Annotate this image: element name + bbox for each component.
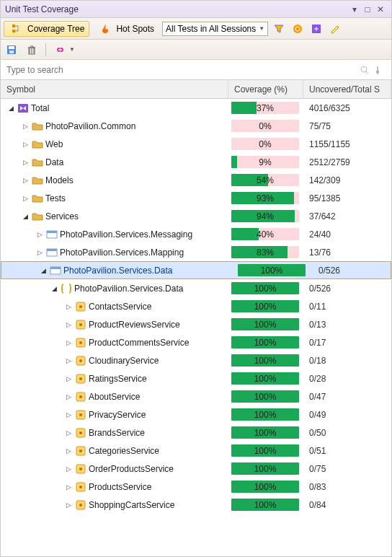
filter-button[interactable] (271, 21, 287, 37)
expand-icon[interactable]: ▷ (64, 429, 73, 437)
pin-icon[interactable] (373, 65, 386, 75)
tree-row[interactable]: ▷Tests93%95/1385 (1, 189, 391, 207)
uncovered-value: 0/17 (303, 338, 391, 348)
tree-row[interactable]: ▷Data9%2512/2759 (1, 153, 391, 171)
module-icon (46, 247, 58, 258)
column-symbol[interactable]: Symbol (1, 80, 228, 98)
tree-row[interactable]: ▷PhotoPavilion.Services.Messaging40%24/4… (1, 225, 391, 243)
column-coverage[interactable]: Coverage (%) (228, 80, 303, 98)
tree-row[interactable]: ▷PhotoPavilion.Common0%75/75 (1, 117, 391, 135)
tree-row[interactable]: ▷OrderProductsService100%0/75 (1, 460, 391, 478)
class-icon (75, 463, 86, 475)
maximize-icon[interactable]: □ (361, 4, 374, 14)
expand-icon[interactable]: ▷ (64, 465, 73, 473)
expand-icon[interactable]: ▷ (64, 357, 73, 364)
row-label: OrderProductsService (89, 464, 174, 474)
collapse-icon[interactable]: ◢ (39, 267, 48, 274)
sessions-select[interactable]: All Tests in All Sessions ▼ (162, 22, 268, 36)
window-title: Unit Test Coverage (5, 4, 348, 14)
highlight-button[interactable] (327, 21, 343, 37)
save-button[interactable] (4, 42, 19, 58)
class-icon (75, 499, 86, 511)
tree-row[interactable]: ◢Services94%37/642 (1, 207, 391, 225)
tree-row[interactable]: ▷ProductsService100%0/83 (1, 478, 391, 496)
coverage-pct: 37% (257, 103, 274, 113)
tree-row[interactable]: ▷ShoppingCartsService100%0/84 (1, 496, 391, 514)
class-icon (75, 481, 86, 493)
tree-row[interactable]: ▷BrandsService100%0/50 (1, 424, 391, 442)
expand-icon[interactable]: ▷ (64, 321, 73, 328)
expand-icon[interactable]: ▷ (64, 393, 73, 400)
expand-icon[interactable]: ▷ (35, 231, 44, 238)
coverage-pct: 100% (254, 464, 277, 474)
expand-icon[interactable]: ▷ (21, 159, 30, 166)
expand-icon[interactable]: ▷ (35, 249, 44, 256)
row-label: Tests (45, 193, 66, 203)
coverage-pct: 100% (254, 338, 277, 348)
svg-point-2 (293, 25, 302, 33)
tree-row[interactable]: ▷PhotoPavilion.Services.Mapping83%13/76 (1, 243, 391, 261)
sessions-select-label: All Tests in All Sessions (166, 24, 256, 34)
uncovered-value: 0/75 (303, 464, 391, 474)
expand-icon[interactable]: ▷ (64, 447, 73, 455)
expand-icon[interactable]: ▷ (21, 141, 30, 148)
coverage-bar: 100% (231, 282, 299, 294)
coverage-bar: 93% (231, 192, 299, 204)
tree-row[interactable]: ▷CategoriesService100%0/51 (1, 442, 391, 460)
collapse-icon[interactable]: ◢ (6, 105, 15, 112)
expand-icon[interactable]: ▷ (64, 483, 73, 491)
svg-point-29 (79, 413, 82, 416)
tree-row[interactable]: ▷AboutService100%0/47 (1, 387, 391, 405)
uncovered-value: 142/309 (303, 175, 391, 185)
row-label: RatingsService (89, 374, 147, 384)
tree-row[interactable]: ▷Web0%1155/1155 (1, 135, 391, 153)
tree-row[interactable]: ◢PhotoPavilion.Services.Data100%0/526 (1, 279, 391, 297)
column-uncovered[interactable]: Uncovered/Total S (303, 80, 391, 98)
hot-spots-button[interactable]: Hot Spots (92, 21, 159, 37)
row-label: ShoppingCartsService (89, 500, 174, 510)
flame-icon (99, 23, 111, 35)
dropdown-arrow-icon[interactable]: ▼ (69, 46, 75, 53)
expand-icon[interactable]: ▷ (64, 339, 73, 346)
expand-icon[interactable]: ▷ (21, 195, 30, 202)
tree-row[interactable]: ▷ContactsService100%0/11 (1, 297, 391, 315)
coverage-tree[interactable]: ◢Total37%4016/6325▷PhotoPavilion.Common0… (1, 99, 391, 557)
collapse-icon[interactable]: ◢ (21, 213, 30, 220)
expand-icon[interactable]: ▷ (64, 375, 73, 382)
coverage-pct: 40% (257, 229, 274, 240)
coverage-bar: 0% (231, 138, 299, 150)
tree-row[interactable]: ▷ProductReviewsService100%0/13 (1, 315, 391, 333)
coverage-pct: 100% (254, 410, 277, 420)
tree-row[interactable]: ▷Models54%142/309 (1, 171, 391, 189)
expand-icon[interactable]: ▷ (21, 123, 30, 130)
tree-row[interactable]: ▷PrivacyService100%0/49 (1, 405, 391, 424)
coverage-bar: 100% (231, 499, 299, 511)
tree-row[interactable]: ▷ProductCommentsService100%0/17 (1, 333, 391, 351)
coverage-pct: 100% (254, 374, 277, 384)
coverage-pct: 100% (254, 302, 277, 312)
coverage-pct: 100% (254, 500, 277, 510)
search-icon[interactable] (360, 65, 373, 75)
close-icon[interactable]: ✕ (374, 4, 387, 14)
tree-row[interactable]: ▷CloudinaryService100%0/18 (1, 351, 391, 369)
tree-row[interactable]: ▷RatingsService100%0/28 (1, 369, 391, 387)
expand-icon[interactable]: ▷ (64, 501, 73, 509)
expand-icon[interactable]: ▷ (64, 411, 73, 418)
link-button[interactable] (52, 42, 68, 58)
uncovered-value: 4016/6325 (303, 103, 391, 113)
tree-row[interactable]: ◢PhotoPavilion.Services.Data100%0/526 (1, 261, 391, 279)
search-input[interactable] (6, 65, 360, 75)
coverage-bar: 54% (231, 174, 299, 186)
nav-button[interactable] (308, 21, 324, 37)
coverage-tree-button[interactable]: Coverage Tree (4, 21, 89, 37)
tree-icon (11, 23, 22, 35)
row-label: ProductsService (89, 482, 151, 492)
row-label: BrandsService (89, 428, 145, 438)
expand-icon[interactable]: ▷ (64, 303, 73, 310)
sync-button[interactable] (290, 21, 306, 37)
collapse-icon[interactable]: ◢ (50, 285, 58, 292)
delete-button[interactable] (24, 42, 40, 58)
expand-icon[interactable]: ▷ (21, 177, 30, 184)
tree-row[interactable]: ◢Total37%4016/6325 (1, 99, 391, 117)
window-menu-icon[interactable]: ▾ (348, 4, 361, 14)
